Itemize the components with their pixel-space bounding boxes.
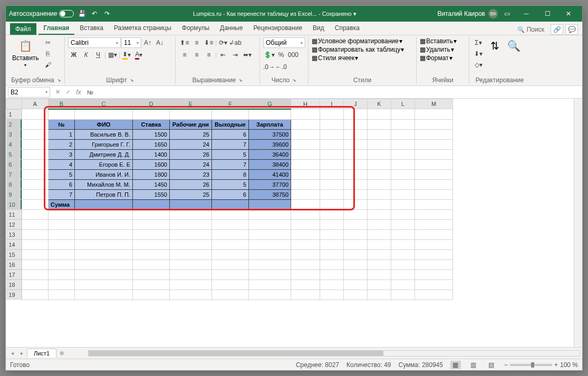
spreadsheet-grid[interactable]: ABCDEFGHIJKLM12№ФИОСтавкаРабочие дниВыхо… [6, 99, 574, 347]
cell[interactable]: 5 [212, 179, 249, 189]
cell[interactable] [212, 209, 249, 219]
borders-button[interactable]: ▦▾ [107, 50, 118, 60]
cell[interactable] [368, 259, 391, 269]
cell[interactable]: Иванов И. И. [75, 169, 133, 179]
cell[interactable] [320, 139, 344, 149]
cell[interactable] [170, 259, 212, 269]
cell[interactable] [133, 239, 170, 249]
cell[interactable] [291, 199, 320, 209]
cell[interactable]: 1500 [133, 129, 170, 139]
name-box[interactable]: B2▾ [8, 87, 50, 98]
cell[interactable] [415, 209, 453, 219]
cell[interactable] [49, 279, 75, 290]
increase-decimal-button[interactable]: .0→ [263, 62, 275, 72]
col-header[interactable]: M [415, 99, 453, 109]
cell[interactable] [368, 169, 391, 179]
cell[interactable] [22, 209, 49, 219]
ribbon-options-icon[interactable]: ▭ [502, 9, 512, 18]
cell[interactable] [368, 239, 391, 249]
cell[interactable] [133, 249, 170, 259]
align-right-button[interactable]: ≡ [203, 50, 215, 60]
cell[interactable] [368, 219, 391, 229]
cell[interactable]: 1650 [133, 139, 170, 149]
cell[interactable]: 6 [212, 189, 249, 199]
decrease-decimal-button[interactable]: ←.0 [275, 62, 287, 72]
cell[interactable] [22, 189, 49, 199]
cell[interactable] [368, 229, 391, 239]
tab-nav-next[interactable]: ▸ [17, 349, 26, 358]
cell[interactable] [49, 209, 75, 219]
cell[interactable] [212, 229, 249, 239]
minimize-button[interactable]: ─ [516, 6, 537, 22]
cell[interactable] [415, 149, 453, 159]
redo-icon[interactable]: ↷ [102, 9, 112, 18]
cell[interactable] [133, 109, 170, 120]
row-header[interactable]: 3 [6, 129, 22, 139]
cell[interactable] [22, 119, 49, 129]
cell[interactable]: ФИО [75, 119, 133, 129]
cell[interactable] [22, 229, 49, 239]
cell[interactable]: 37500 [249, 129, 291, 139]
currency-button[interactable]: 💲▾ [263, 50, 275, 60]
underline-button[interactable]: Ч [92, 50, 104, 60]
cell[interactable] [320, 119, 344, 129]
cell[interactable] [368, 149, 391, 159]
select-all-corner[interactable] [6, 99, 22, 109]
cell[interactable] [415, 199, 453, 209]
format-painter-button[interactable]: 🖌 [42, 60, 54, 70]
cell[interactable] [320, 189, 344, 199]
cell[interactable] [344, 179, 368, 189]
cell[interactable] [368, 179, 391, 189]
cell[interactable]: 1800 [133, 169, 170, 179]
cell[interactable] [49, 229, 75, 239]
cell[interactable] [22, 179, 49, 189]
grow-font-button[interactable]: A↑ [142, 37, 153, 48]
row-header[interactable]: 4 [6, 139, 22, 149]
cell[interactable] [368, 279, 391, 290]
cell[interactable]: 4 [49, 159, 75, 169]
cell[interactable]: Выходные [212, 119, 249, 129]
cell[interactable] [75, 219, 133, 229]
cell[interactable] [415, 179, 453, 189]
cell[interactable] [133, 209, 170, 219]
col-header[interactable]: L [391, 99, 415, 109]
cell[interactable] [291, 189, 320, 199]
cell[interactable]: 5 [212, 149, 249, 159]
share-button[interactable]: 🔗 [551, 24, 563, 35]
cell[interactable] [291, 149, 320, 159]
cell[interactable] [291, 109, 320, 120]
cell[interactable] [415, 259, 453, 269]
cell[interactable]: 1400 [133, 149, 170, 159]
cell[interactable] [320, 179, 344, 189]
row-header[interactable]: 5 [6, 149, 22, 159]
tab-Главная[interactable]: Главная [38, 22, 75, 35]
cell[interactable]: Ставка [133, 119, 170, 129]
col-header[interactable]: C [75, 99, 133, 109]
cell[interactable]: 8 [212, 169, 249, 179]
cell[interactable] [49, 269, 75, 279]
wrap-text-button[interactable]: ↲ab [229, 37, 241, 48]
cell[interactable]: 41400 [249, 169, 291, 179]
tab-Справка[interactable]: Справка [330, 22, 365, 35]
cell[interactable] [75, 239, 133, 249]
comma-button[interactable]: 000 [287, 50, 299, 60]
cell[interactable] [212, 290, 249, 300]
cell[interactable] [49, 239, 75, 249]
cell[interactable] [170, 269, 212, 279]
cell[interactable] [368, 249, 391, 259]
cell[interactable] [391, 109, 415, 120]
cell[interactable] [22, 279, 49, 290]
row-header[interactable]: 2 [6, 119, 22, 129]
cell[interactable] [391, 249, 415, 259]
cell[interactable]: 39600 [249, 139, 291, 149]
cell[interactable]: Дмитриев Д. Д. [75, 149, 133, 159]
cell[interactable] [368, 189, 391, 199]
cell[interactable] [320, 199, 344, 209]
cell[interactable]: 38400 [249, 159, 291, 169]
align-middle-button[interactable]: ≡ [191, 37, 203, 48]
row-header[interactable]: 8 [6, 179, 22, 189]
cell[interactable] [320, 229, 344, 239]
cancel-formula-button[interactable]: ✕ [52, 87, 63, 98]
accept-formula-button[interactable]: ✓ [63, 87, 73, 98]
cell[interactable] [320, 239, 344, 249]
